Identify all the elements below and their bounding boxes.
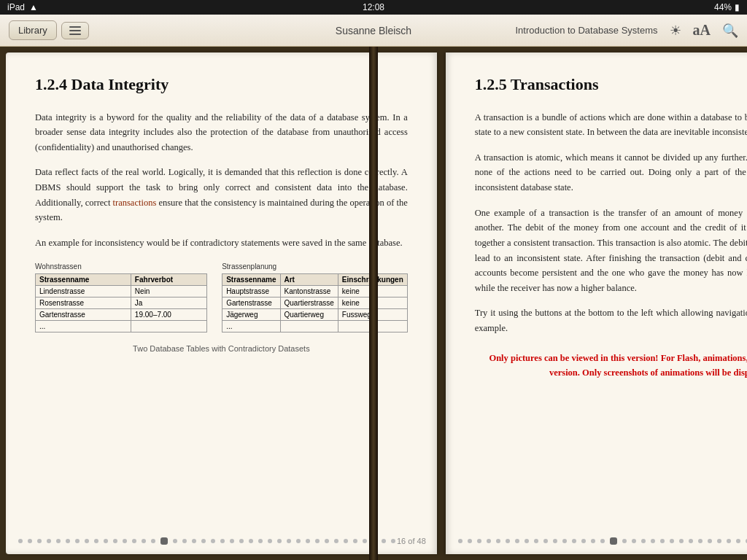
table-row: LindenstrasseNein	[36, 285, 207, 297]
progress-dot[interactable]	[18, 539, 23, 543]
progress-dot[interactable]	[698, 539, 703, 543]
progress-dot[interactable]	[477, 539, 481, 543]
progress-dot[interactable]	[353, 539, 357, 543]
progress-dot[interactable]	[622, 539, 627, 543]
progress-dot[interactable]	[173, 539, 177, 543]
progress-dot[interactable]	[487, 539, 491, 543]
progress-dot[interactable]	[641, 539, 646, 543]
progress-dot[interactable]	[708, 539, 712, 543]
progress-dot[interactable]	[506, 539, 510, 543]
progress-dot[interactable]	[182, 539, 187, 543]
progress-dot[interactable]	[717, 539, 721, 543]
table2-header-1: Strassenname	[222, 273, 280, 285]
progress-dot[interactable]	[230, 539, 234, 543]
progress-dot[interactable]	[727, 539, 731, 543]
left-paragraph-1: Data integrity is a byword for the quali…	[35, 110, 408, 155]
progress-dot[interactable]	[56, 539, 61, 543]
progress-dot[interactable]	[344, 539, 348, 543]
progress-dot[interactable]	[94, 539, 98, 543]
progress-dot[interactable]	[651, 539, 655, 543]
progress-dot[interactable]	[543, 539, 548, 543]
progress-dot[interactable]	[104, 539, 108, 543]
status-bar: iPad ▲ 12:08 44% ▮	[0, 0, 747, 15]
progress-dot[interactable]	[572, 539, 576, 543]
right-progress-dots[interactable]	[457, 537, 747, 545]
progress-dot[interactable]	[113, 539, 117, 543]
progress-dot[interactable]	[75, 539, 80, 543]
progress-dot[interactable]	[220, 539, 225, 543]
progress-dot[interactable]	[534, 539, 538, 543]
table-row: RosenstrasseJa	[36, 297, 207, 308]
table-row: ...	[36, 320, 207, 332]
progress-dot[interactable]	[296, 539, 301, 543]
progress-dot[interactable]	[458, 539, 462, 543]
progress-dot[interactable]	[468, 539, 472, 543]
progress-dot[interactable]	[151, 539, 155, 543]
progress-dot[interactable]	[66, 539, 70, 543]
progress-dot[interactable]	[363, 539, 367, 543]
table-row: GartenstrasseQuartierstrassekeine	[222, 297, 408, 308]
progress-dot[interactable]	[391, 539, 395, 543]
status-left: iPad ▲	[7, 2, 38, 12]
progress-dot[interactable]	[142, 539, 146, 543]
progress-dot[interactable]	[670, 539, 674, 543]
toolbar-right: Introduction to Database Systems ☀ aA 🔍	[515, 22, 738, 39]
progress-dot[interactable]	[591, 539, 595, 543]
progress-dot[interactable]	[160, 537, 168, 545]
transactions-link[interactable]: transactions	[113, 198, 157, 208]
progress-dot[interactable]	[287, 539, 291, 543]
ipad-label: iPad	[7, 2, 25, 12]
right-page-content: 1.2.5 Transactions A transaction is a bu…	[446, 52, 747, 528]
progress-dot[interactable]	[334, 539, 338, 543]
progress-dot[interactable]	[660, 539, 665, 543]
progress-dot[interactable]	[268, 539, 272, 543]
font-size-icon[interactable]: aA	[693, 22, 711, 39]
progress-dot[interactable]	[515, 539, 519, 543]
progress-dot[interactable]	[239, 539, 244, 543]
progress-dot[interactable]	[306, 539, 310, 543]
progress-dot[interactable]	[325, 539, 329, 543]
progress-dot[interactable]	[553, 539, 557, 543]
book-area: 1.2.4 Data Integrity Data integrity is a…	[0, 47, 747, 560]
progress-dot[interactable]	[85, 539, 89, 543]
list-button[interactable]	[61, 22, 89, 39]
progress-dot[interactable]	[562, 539, 567, 543]
progress-dot[interactable]	[600, 539, 605, 543]
progress-dot[interactable]	[632, 539, 636, 543]
battery-label: 44%	[714, 2, 732, 12]
battery-icon: ▮	[735, 2, 740, 12]
right-paragraph-1: A transaction is a bundle of actions whi…	[475, 110, 747, 140]
table1-wrapper: Wohnstrassen Strassenname Fahrverbot Lin…	[35, 262, 207, 332]
progress-dot[interactable]	[315, 539, 320, 543]
left-paragraph-2: Data reflect facts of the real world. Lo…	[35, 165, 408, 225]
table1: Strassenname Fahrverbot LindenstrasseNei…	[35, 273, 207, 332]
progress-dot[interactable]	[47, 539, 51, 543]
progress-dot[interactable]	[211, 539, 215, 543]
progress-dot[interactable]	[201, 539, 206, 543]
progress-dot[interactable]	[736, 539, 740, 543]
left-progress-dots[interactable]	[17, 537, 397, 545]
progress-dot[interactable]	[28, 539, 32, 543]
right-paragraph-2: A transaction is atomic, which means it …	[475, 150, 747, 195]
progress-dot[interactable]	[132, 539, 136, 543]
progress-dot[interactable]	[192, 539, 196, 543]
progress-dot[interactable]	[37, 539, 42, 543]
search-icon[interactable]: 🔍	[722, 23, 738, 39]
progress-dot[interactable]	[581, 539, 586, 543]
progress-dot[interactable]	[382, 539, 386, 543]
progress-dot[interactable]	[610, 537, 617, 545]
right-page-footer: 17 of 48 1 page left in this chapter	[446, 528, 747, 554]
table-row: JägerwegQuartierwegFussweg	[222, 308, 408, 320]
progress-dot[interactable]	[679, 539, 684, 543]
progress-dot[interactable]	[496, 539, 500, 543]
progress-dot[interactable]	[277, 539, 282, 543]
flash-warning: Only pictures can be viewed in this vers…	[475, 351, 747, 381]
status-right: 44% ▮	[714, 2, 740, 12]
brightness-icon[interactable]: ☀	[670, 23, 681, 39]
library-button[interactable]: Library	[9, 20, 57, 40]
progress-dot[interactable]	[249, 539, 253, 543]
progress-dot[interactable]	[123, 539, 127, 543]
progress-dot[interactable]	[689, 539, 693, 543]
progress-dot[interactable]	[525, 539, 529, 543]
progress-dot[interactable]	[258, 539, 263, 543]
